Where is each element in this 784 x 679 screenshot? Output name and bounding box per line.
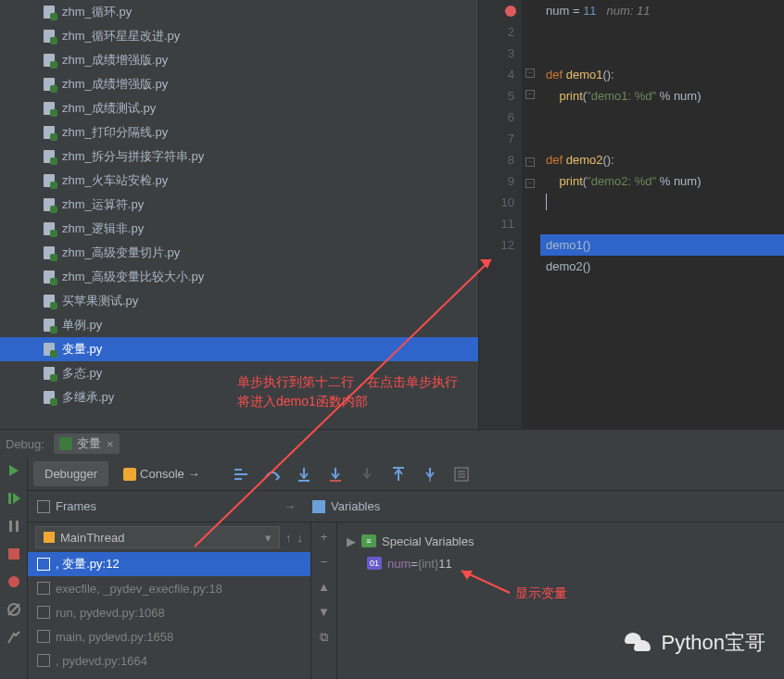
fold-column: − − − − bbox=[522, 0, 540, 429]
python-file-icon bbox=[42, 245, 57, 260]
file-label: 多态.py bbox=[62, 365, 102, 382]
file-item[interactable]: 单例.py bbox=[0, 313, 478, 337]
file-item[interactable]: zhm_拆分与拼接字符串.py bbox=[0, 145, 478, 169]
code-text: num bbox=[546, 4, 569, 18]
file-item[interactable]: 买苹果测试.py bbox=[0, 289, 478, 313]
expand-icon[interactable]: → bbox=[284, 499, 296, 513]
inline-hint: num: 11 bbox=[597, 4, 651, 18]
show-exec-point-icon[interactable] bbox=[233, 466, 249, 483]
python-file-icon bbox=[42, 149, 57, 164]
up-icon[interactable]: ▲ bbox=[318, 580, 330, 594]
var-badge-icon: 01 bbox=[367, 557, 382, 570]
step-over-icon[interactable] bbox=[264, 466, 281, 483]
file-label: zhm_成绩增强版.py bbox=[62, 52, 168, 69]
file-item[interactable]: 多继承.py bbox=[0, 385, 478, 409]
down-icon[interactable]: ▼ bbox=[318, 605, 330, 619]
console-icon bbox=[123, 468, 136, 481]
settings-icon[interactable] bbox=[6, 630, 21, 645]
code-editor[interactable]: 123 456 789 101112 − − − − num = 11 num:… bbox=[479, 0, 784, 429]
python-file-icon bbox=[42, 101, 57, 116]
close-icon[interactable]: × bbox=[107, 437, 114, 451]
rerun-icon[interactable] bbox=[6, 463, 21, 478]
file-item[interactable]: zhm_高级变量比较大小.py bbox=[0, 265, 478, 289]
current-exec-line: demo1() bbox=[540, 234, 784, 256]
fold-icon[interactable]: − bbox=[525, 157, 535, 167]
force-step-into-icon[interactable] bbox=[359, 466, 375, 483]
file-label: zhm_循环.py bbox=[62, 4, 132, 20]
copy-icon[interactable]: ⧉ bbox=[320, 630, 328, 645]
python-file-icon bbox=[42, 197, 57, 212]
file-item[interactable]: zhm_成绩增强版.py bbox=[0, 72, 478, 96]
frame-icon bbox=[37, 582, 50, 595]
fold-icon[interactable]: − bbox=[525, 69, 535, 78]
stack-frame[interactable]: run, pydevd.py:1068 bbox=[28, 600, 310, 624]
mute-breakpoints-icon[interactable] bbox=[6, 602, 21, 617]
code-area[interactable]: num = 11 num: 11 def demo1(): print("dem… bbox=[540, 0, 784, 429]
file-label: zhm_火车站安检.py bbox=[62, 172, 168, 189]
project-file-tree[interactable]: zhm_循环.pyzhm_循环星星改进.pyzhm_成绩增强版.pyzhm_成绩… bbox=[0, 0, 479, 429]
evaluate-icon[interactable] bbox=[453, 466, 470, 483]
remove-watch-icon[interactable]: − bbox=[321, 555, 328, 569]
special-variables-row[interactable]: ▶ ≡ Special Variables bbox=[347, 530, 775, 552]
thread-icon bbox=[44, 532, 55, 543]
python-file-icon bbox=[42, 29, 57, 44]
file-label: 多继承.py bbox=[62, 389, 114, 406]
stack-frame[interactable]: , pydevd.py:1664 bbox=[28, 648, 310, 673]
debug-header: Debug: 变量 × bbox=[0, 430, 784, 458]
vars-toolbar: + − ▲ ▼ ⧉ bbox=[311, 522, 337, 679]
file-item[interactable]: zhm_打印分隔线.py bbox=[0, 120, 478, 145]
frames-panel: MainThread ▾ ↑ ↓ , 变量.py:12execfile, _py… bbox=[28, 522, 311, 679]
svg-rect-7 bbox=[234, 473, 247, 475]
fold-icon[interactable]: − bbox=[525, 179, 535, 188]
breakpoint-icon[interactable] bbox=[505, 6, 516, 17]
file-label: 单例.py bbox=[62, 317, 102, 333]
run-to-cursor-icon[interactable] bbox=[422, 466, 438, 483]
stack-frame[interactable]: main, pydevd.py:1658 bbox=[28, 624, 310, 648]
stop-icon[interactable] bbox=[6, 547, 21, 561]
file-item[interactable]: zhm_火车站安检.py bbox=[0, 169, 478, 193]
file-label: zhm_打印分隔线.py bbox=[62, 124, 168, 141]
file-label: zhm_成绩增强版.py bbox=[62, 76, 168, 93]
stack-frame[interactable]: execfile, _pydev_execfile.py:18 bbox=[28, 576, 310, 600]
file-item[interactable]: zhm_循环.py bbox=[0, 0, 478, 24]
file-item[interactable]: zhm_逻辑非.py bbox=[0, 217, 478, 241]
file-label: zhm_拆分与拼接字符串.py bbox=[62, 148, 204, 165]
fold-icon[interactable]: − bbox=[525, 90, 535, 99]
python-file-icon bbox=[42, 221, 57, 236]
frame-label: , pydevd.py:1664 bbox=[56, 654, 147, 668]
pause-icon[interactable] bbox=[6, 519, 21, 534]
add-watch-icon[interactable]: + bbox=[321, 530, 328, 544]
tab-debugger[interactable]: Debugger bbox=[33, 461, 108, 486]
prev-frame-icon[interactable]: ↑ bbox=[285, 531, 292, 545]
file-label: zhm_高级变量比较大小.py bbox=[62, 269, 204, 285]
file-item[interactable]: zhm_运算符.py bbox=[0, 193, 478, 217]
file-item[interactable]: 多态.py bbox=[0, 361, 478, 385]
debug-config-tab[interactable]: 变量 × bbox=[54, 434, 120, 454]
view-breakpoints-icon[interactable] bbox=[6, 574, 21, 589]
tab-console[interactable]: Console → bbox=[112, 461, 210, 487]
step-out-icon[interactable] bbox=[390, 466, 407, 483]
debug-tabs: Debugger Console → bbox=[28, 458, 784, 491]
frame-icon bbox=[37, 606, 50, 619]
stack-frame[interactable]: , 变量.py:12 bbox=[28, 552, 310, 576]
file-item[interactable]: zhm_高级变量切片.py bbox=[0, 241, 478, 265]
frame-label: run, pydevd.py:1068 bbox=[56, 606, 165, 620]
next-frame-icon[interactable]: ↓ bbox=[297, 531, 304, 545]
frame-icon bbox=[37, 654, 50, 667]
step-into-my-code-icon[interactable] bbox=[327, 466, 344, 483]
thread-selector[interactable]: MainThread ▾ bbox=[35, 526, 280, 548]
file-label: zhm_逻辑非.py bbox=[62, 220, 144, 237]
frame-icon bbox=[37, 558, 50, 571]
expand-icon[interactable]: ▶ bbox=[347, 534, 356, 548]
debug-side-toolbar bbox=[0, 458, 28, 679]
variable-row[interactable]: 01 num = {int} 11 bbox=[347, 552, 775, 574]
file-item[interactable]: zhm_成绩增强版.py bbox=[0, 48, 478, 72]
variables-header: Variables bbox=[303, 499, 784, 513]
file-label: zhm_运算符.py bbox=[62, 196, 144, 213]
file-item[interactable]: zhm_循环星星改进.py bbox=[0, 24, 478, 48]
python-file-icon bbox=[42, 390, 57, 405]
file-item[interactable]: 变量.py bbox=[0, 337, 478, 361]
step-into-icon[interactable] bbox=[296, 466, 312, 483]
file-item[interactable]: zhm_成绩测试.py bbox=[0, 96, 478, 120]
resume-icon[interactable] bbox=[6, 491, 21, 506]
